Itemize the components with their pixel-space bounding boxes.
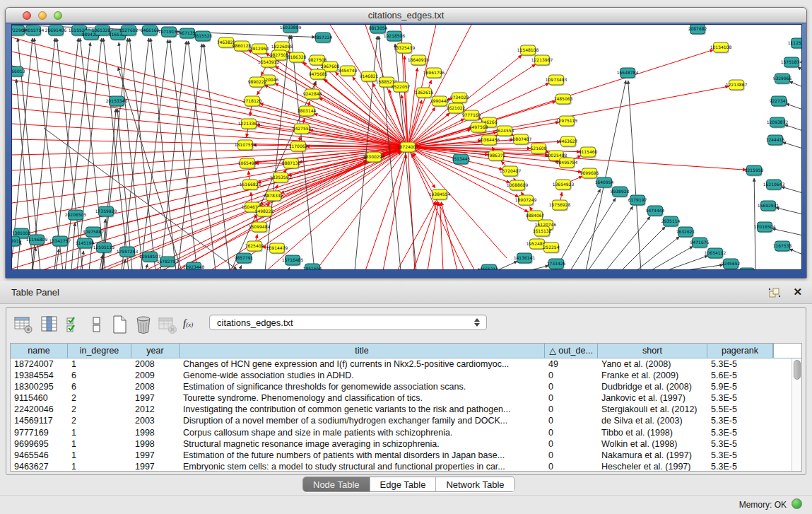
graph-node[interactable]: 20206505 <box>65 210 87 221</box>
graph-node[interactable]: 1640954 <box>595 177 614 188</box>
table-row[interactable]: 977716911998Corpus callosum shape and si… <box>11 427 792 438</box>
column-header-name[interactable]: name <box>11 344 68 358</box>
graph-node[interactable]: 16210643 <box>763 180 785 190</box>
graph-node[interactable]: 9329966 <box>773 74 792 84</box>
graph-node[interactable]: 1170062 <box>289 141 308 152</box>
graph-node[interactable]: 7986372 <box>487 151 506 161</box>
graph-node[interactable]: 13654923 <box>553 180 575 190</box>
graph-node[interactable]: 20691406 <box>45 25 67 36</box>
graph-node[interactable]: 8454749 <box>339 66 358 76</box>
graph-node[interactable]: 19384554 <box>429 189 451 200</box>
graph-node[interactable]: 2718120 <box>243 96 262 107</box>
graph-node[interactable]: 15720407 <box>500 166 522 177</box>
graph-node[interactable]: 8938928 <box>611 187 630 197</box>
graph-node[interactable]: 8878332 <box>264 191 283 201</box>
graph-node[interactable]: 15751874 <box>781 57 801 68</box>
table-row[interactable]: 1872400712008Changes of HCN gene express… <box>11 358 792 370</box>
graph-node[interactable]: 9890222 <box>248 77 267 88</box>
graph-node[interactable]: 7632621 <box>676 227 695 238</box>
graph-node[interactable]: 9245652 <box>722 259 741 269</box>
graph-node[interactable]: 20153346 <box>106 96 128 107</box>
table-row[interactable]: 946362711997Embryonic stem cells: a mode… <box>11 461 792 471</box>
graph-node[interactable]: 9565217 <box>480 264 499 269</box>
graph-node[interactable]: 9777169 <box>462 110 481 121</box>
graph-node[interactable]: 7485063 <box>554 94 573 105</box>
graph-node[interactable]: 3624554 <box>495 126 514 136</box>
table-row[interactable]: 911546021997Tourette syndrome. Phenomeno… <box>11 392 792 404</box>
table-row[interactable]: 1456911722003Disruption of a novel membe… <box>11 415 792 426</box>
graph-node[interactable]: 15166825 <box>240 180 261 190</box>
table-selector-combobox[interactable]: citations_edges.txt <box>209 315 487 330</box>
graph-node[interactable]: 9475685 <box>309 69 328 80</box>
graph-node[interactable]: 16961796 <box>423 68 445 78</box>
show-columns-icon[interactable] <box>40 315 59 334</box>
graph-node[interactable]: 10973493 <box>546 75 567 86</box>
graph-node[interactable]: 16033809 <box>280 25 302 33</box>
graph-node[interactable]: 8186328 <box>288 52 307 63</box>
graph-node[interactable]: 6466160 <box>141 25 160 36</box>
graph-node[interactable]: 15716485 <box>282 255 304 266</box>
graph-node[interactable]: 10688609 <box>507 180 529 191</box>
graph-node[interactable]: 13342757 <box>49 236 71 247</box>
graph-node[interactable]: 1733426 <box>547 259 566 269</box>
graph-node[interactable]: 12093872 <box>767 117 789 128</box>
graph-node[interactable]: 9242848 <box>303 89 322 100</box>
graph-node[interactable]: 13325419 <box>394 43 416 54</box>
graph-node[interactable]: 9463627 <box>559 136 578 147</box>
graph-node[interactable]: 9699695 <box>580 168 599 179</box>
graph-node[interactable]: 9857791 <box>235 253 254 264</box>
column-header-year[interactable]: year <box>131 344 180 358</box>
memory-status-indicator[interactable] <box>792 498 802 509</box>
graph-node[interactable]: 10154108 <box>710 42 732 53</box>
network-canvas[interactable]: 5722904140557142069140616155207989422010… <box>11 24 802 270</box>
function-builder-button[interactable]: f(x) <box>183 317 203 337</box>
graph-node[interactable]: 8427552 <box>293 124 312 134</box>
graph-node[interactable]: 6179197 <box>628 195 647 206</box>
table-row[interactable]: 1938455462009Genome-wide association stu… <box>11 370 792 381</box>
graph-node[interactable]: 2935114 <box>661 216 681 227</box>
graph-node[interactable]: 17016504 <box>754 222 776 233</box>
graph-node[interactable]: 17957253 <box>117 247 139 257</box>
tab-node-table[interactable]: Node Table <box>303 477 370 491</box>
graph-node[interactable]: 14055714 <box>23 25 45 36</box>
graph-node[interactable]: 8887130 <box>282 158 301 169</box>
table-row[interactable]: 1830029562008Estimation of significance … <box>11 381 792 392</box>
graph-node[interactable]: 7625402 <box>245 241 264 252</box>
graph-node[interactable]: 30975887 <box>83 227 105 238</box>
graph-node[interactable]: 1615132 <box>533 226 552 237</box>
column-header-pagerank[interactable]: pagerank <box>707 344 773 358</box>
graph-node[interactable]: 12213987 <box>531 55 553 66</box>
graph-node[interactable]: 5498222 <box>255 206 274 217</box>
graph-node[interactable]: 18107554 <box>235 140 257 151</box>
trash-icon[interactable] <box>134 315 153 334</box>
graph-node[interactable]: 11156809 <box>26 235 48 245</box>
graph-node[interactable]: 621608 <box>531 144 547 154</box>
column-header-in_degree[interactable]: in_degree <box>68 344 131 358</box>
float-panel-icon[interactable] <box>768 287 781 298</box>
graph-node[interactable]: 16782753 <box>157 257 179 267</box>
graph-node[interactable]: 18495784 <box>556 158 578 168</box>
graph-node[interactable]: 8215958 <box>745 165 764 176</box>
graph-node[interactable]: 16543912 <box>258 57 280 68</box>
graph-node[interactable]: 15692931 <box>758 201 779 211</box>
merge-tables-icon[interactable] <box>87 315 107 334</box>
graph-node[interactable]: 2066013 <box>12 66 25 77</box>
graph-node[interactable]: 14136141 <box>514 253 536 264</box>
column-header-out_de[interactable]: △ out_de... <box>545 344 598 358</box>
network-graph[interactable]: 5722904140557142069140616155207989422010… <box>12 25 801 269</box>
graph-node[interactable]: 17359928 <box>95 206 117 217</box>
graph-node[interactable]: 18353593 <box>270 173 292 183</box>
graph-node[interactable]: 10654112 <box>705 248 726 259</box>
graph-node[interactable]: 12923448 <box>183 262 205 269</box>
table-row[interactable]: 946554611997Estimation of the future num… <box>11 450 792 461</box>
table-vertical-scrollbar[interactable] <box>792 358 801 471</box>
graph-node[interactable]: 10756928 <box>549 200 571 211</box>
graph-node[interactable]: 7857224 <box>314 33 333 43</box>
close-panel-icon[interactable]: ✕ <box>793 286 802 298</box>
column-header-short[interactable]: short <box>598 344 707 358</box>
graph-node[interactable]: 2087682 <box>688 25 707 35</box>
table-row[interactable]: 969969511998Structural magnetic resonanc… <box>11 438 792 450</box>
graph-node[interactable]: 1167533 <box>773 241 792 252</box>
table-row[interactable]: 2242004622012Investigating the contribut… <box>11 404 792 415</box>
graph-node[interactable]: 19218506 <box>384 31 406 42</box>
